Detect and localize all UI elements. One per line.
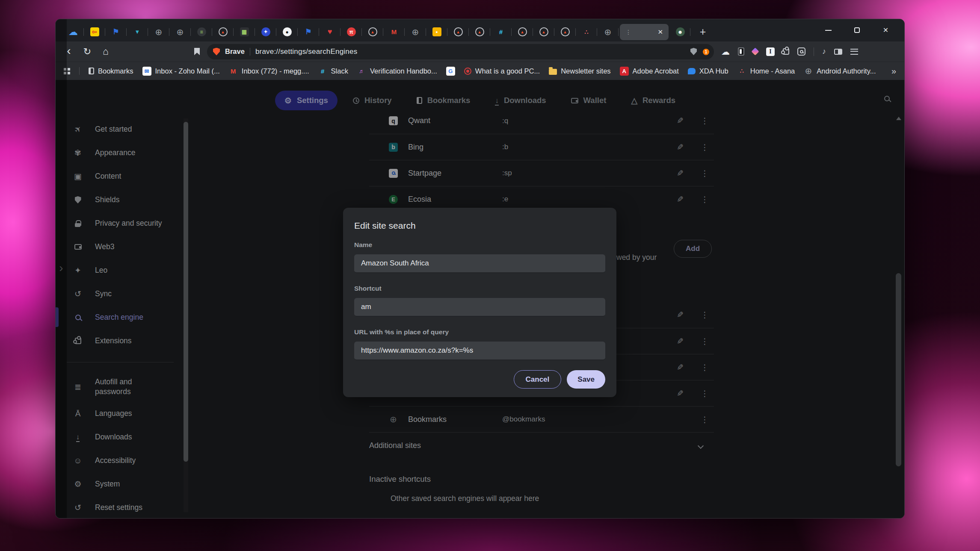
- settings-page: ⚙SettingsHistoryBookmarks↓DownloadsWalle…: [56, 80, 904, 518]
- bookmark-label: Android Authority...: [817, 67, 876, 75]
- bookmark-label: Inbox - Zoho Mail (...: [155, 67, 220, 75]
- pinned-tab-globe[interactable]: ⊕: [169, 24, 191, 40]
- bookmark-label: Verification Handbo...: [370, 67, 437, 75]
- pinned-tab-globe[interactable]: ⊕: [148, 24, 169, 40]
- globe-icon: ⊕: [604, 27, 613, 36]
- bookmark-item-android-authority[interactable]: ⊕Android Authority...: [804, 67, 876, 76]
- minimize-button[interactable]: [814, 19, 843, 41]
- sidebar-toggle-icon[interactable]: [834, 49, 842, 55]
- maximize-button[interactable]: [843, 19, 871, 41]
- bookmark-item-xda-hub[interactable]: XDA Hub: [688, 67, 728, 75]
- url-label: URL with %s in place of query: [354, 328, 605, 336]
- brave-site-shield-icon[interactable]: [213, 48, 220, 56]
- bookmark-item-inbox-772-megg[interactable]: MInbox (772) - megg....: [229, 67, 309, 76]
- globe-icon: ⊕: [154, 27, 163, 36]
- pinned-tab-github[interactable]: ●: [276, 24, 298, 40]
- pinned-tab-globe[interactable]: ⊕: [405, 24, 426, 40]
- site-button-label[interactable]: Brave: [225, 47, 245, 56]
- search-icon: [800, 50, 803, 53]
- bookmark-item-bookmarks[interactable]: Bookmarks: [89, 67, 133, 75]
- menu-icon[interactable]: [850, 49, 858, 55]
- bookmarks-overflow-button[interactable]: »: [891, 66, 896, 76]
- profile-tab[interactable]: ☻: [670, 24, 690, 40]
- bookmark-item-slack[interactable]: #Slack: [318, 67, 348, 76]
- bookmark-item-adobe-acrobat[interactable]: AAdobe Acrobat: [620, 67, 679, 76]
- gem-extension-icon[interactable]: [751, 47, 759, 55]
- pinned-tab-flag[interactable]: ⚑: [105, 24, 127, 40]
- profile-avatar-icon: ☻: [676, 27, 685, 36]
- pinned-tab-rocket[interactable]: ✦: [255, 24, 276, 40]
- page-search-extension-icon[interactable]: [797, 47, 805, 56]
- globe-icon: ⊕: [411, 27, 420, 36]
- flag-icon: ⚑: [304, 27, 313, 36]
- pinned-tab-keep[interactable]: ●: [426, 24, 447, 40]
- heart-icon: ♥: [326, 27, 335, 36]
- pinned-tab-brave[interactable]: ▲: [447, 24, 469, 40]
- pinned-tab-brave[interactable]: ▲: [533, 24, 554, 40]
- tab-close-icon[interactable]: ✕: [657, 28, 663, 36]
- pinned-tab-sheet[interactable]: ▦: [234, 24, 255, 40]
- xda-icon: [688, 68, 696, 74]
- brave-icon: ▲: [518, 27, 527, 36]
- pinned-tab-flag[interactable]: ⚑: [298, 24, 319, 40]
- url-text[interactable]: brave://settings/searchEngines: [255, 47, 357, 56]
- url-field[interactable]: https://www.amazon.co.za/s?k=%s: [354, 342, 605, 360]
- bookmark-item-home-asana[interactable]: ∴Home - Asana: [737, 67, 795, 76]
- media-control-icon[interactable]: ♪: [822, 47, 826, 56]
- pinned-tab-send[interactable]: ▼: [127, 24, 148, 40]
- bookmark-ribbon-icon[interactable]: [194, 48, 200, 55]
- new-tab-button[interactable]: +: [694, 24, 712, 40]
- active-tab[interactable]: ⋮ ✕: [620, 24, 669, 40]
- gmail-icon: M: [229, 67, 238, 76]
- name-field[interactable]: Amazon South Africa: [354, 254, 605, 273]
- shortcut-field[interactable]: am: [354, 298, 605, 317]
- bookmark-label: What is a good PC...: [475, 67, 540, 75]
- pinned-tab-globe[interactable]: ⊕: [597, 24, 619, 40]
- pinned-tab-brave[interactable]: ▲: [512, 24, 533, 40]
- pinned-tab-brave[interactable]: ▲: [212, 24, 234, 40]
- bookmark-item-newsletter-sites[interactable]: Newsletter sites: [549, 67, 610, 75]
- bookmark-item-inbox-zoho-mail[interactable]: ✉Inbox - Zoho Mail (...: [142, 67, 220, 76]
- bookmark-label: Inbox (772) - megg....: [242, 67, 309, 75]
- shortcut-label: Shortcut: [354, 285, 605, 292]
- pinned-tab-gmail[interactable]: M: [383, 24, 405, 40]
- pinned-tab-zoho[interactable]: o»: [84, 24, 105, 40]
- bookmark-item-what-is-a-good-pc[interactable]: What is a good PC...: [464, 67, 540, 75]
- i-extension-icon[interactable]: I: [766, 47, 775, 56]
- pinned-tab-torii[interactable]: π: [340, 24, 362, 40]
- browser-window: ☁o»⚑▼⊕⊕≡▲▦✦●⚑♥π▲M⊕●▲▲#▲▲▲∴⊕ ⋮ ✕ ☻ + ✕ ‹ …: [55, 19, 905, 519]
- pinned-tab-slack[interactable]: #: [490, 24, 512, 40]
- save-button[interactable]: Save: [567, 370, 605, 389]
- bookmarks-bar: Bookmarks✉Inbox - Zoho Mail (...MInbox (…: [56, 62, 904, 80]
- cancel-button[interactable]: Cancel: [514, 370, 562, 389]
- rewards-badge: 1: [703, 49, 709, 55]
- dialog-title: Edit site search: [354, 221, 605, 231]
- target-icon: [464, 68, 471, 75]
- pinned-tab-heart[interactable]: ♥: [319, 24, 340, 40]
- bookmark-label: XDA Hub: [699, 67, 728, 75]
- slack-icon: #: [318, 67, 327, 76]
- zohomail-icon: ✉: [142, 67, 151, 76]
- bookmark-item-google[interactable]: G: [446, 67, 455, 76]
- bookmark-item-verification-handbo[interactable]: ♬Verification Handbo...: [357, 67, 437, 76]
- pinned-tab-asana[interactable]: ∴: [576, 24, 597, 40]
- keep-icon: ●: [432, 27, 441, 36]
- pinned-tab-brave[interactable]: ▲: [469, 24, 490, 40]
- pinned-tab-brave[interactable]: ▲: [362, 24, 383, 40]
- extensions-puzzle-icon[interactable]: [783, 48, 789, 55]
- bookmark-label: Bookmarks: [98, 67, 133, 75]
- bookmark-label: Adobe Acrobat: [633, 67, 679, 75]
- pinned-tab-server[interactable]: ≡: [191, 24, 212, 40]
- cloud-extension-icon[interactable]: ☁: [721, 47, 730, 57]
- reload-button[interactable]: ↻: [82, 46, 93, 57]
- reading-list-extension-icon[interactable]: [738, 47, 744, 56]
- slack-icon: #: [497, 27, 506, 36]
- brave-icon: ▲: [368, 27, 377, 36]
- pinned-tab-brave[interactable]: ▲: [554, 24, 576, 40]
- address-bar[interactable]: Brave brave://settings/searchEngines 1: [207, 44, 714, 59]
- shields-icon[interactable]: [690, 48, 697, 55]
- home-button[interactable]: ⌂: [100, 46, 111, 57]
- zoho-icon: o»: [90, 27, 99, 36]
- close-button[interactable]: ✕: [871, 19, 900, 41]
- active-tab-title: ⋮: [625, 29, 631, 35]
